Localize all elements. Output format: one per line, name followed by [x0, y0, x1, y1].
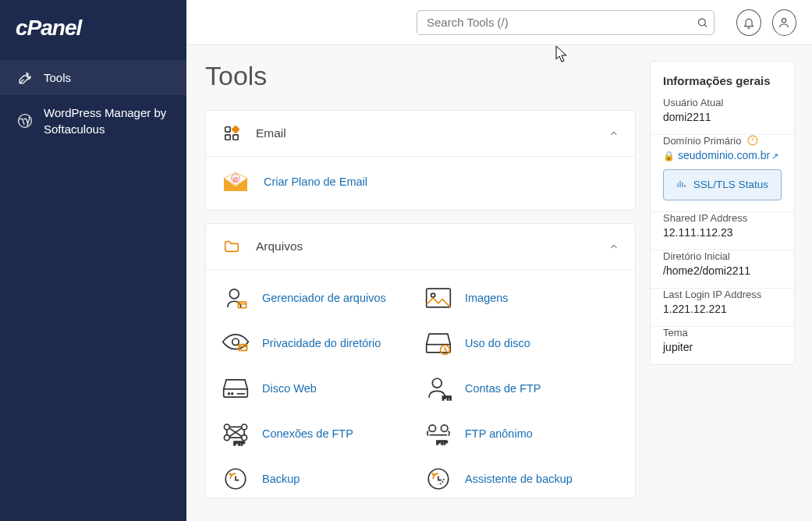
shared-ip-value: 12.111.112.23 [663, 226, 782, 239]
tools-icon [17, 70, 33, 86]
item-label: Contas de FTP [465, 382, 541, 395]
backup-wizard-icon [424, 465, 452, 493]
item-label: FTP anônimo [465, 427, 533, 440]
svg-point-25 [429, 425, 436, 432]
item-label: Uso do disco [465, 337, 530, 349]
sidebar: cPanel Tools WordPress Manager by Softac… [0, 0, 186, 521]
svg-point-0 [19, 115, 32, 128]
last-login-ip-label: Last Login IP Address [663, 289, 782, 300]
theme-value: jupiter [663, 341, 782, 353]
svg-rect-3 [225, 127, 230, 132]
svg-point-13 [232, 338, 239, 346]
chevron-up-icon [608, 241, 619, 252]
sidebar-item-tools[interactable]: Tools [0, 60, 186, 95]
svg-point-22 [224, 435, 229, 441]
theme-label: Tema [663, 327, 782, 338]
svg-point-1 [699, 19, 706, 26]
item-label: Backup [262, 473, 300, 485]
svg-point-2 [782, 18, 786, 22]
envelope-icon: @ [222, 168, 250, 196]
svg-point-12 [431, 293, 435, 297]
anon-ftp-icon: FTP [424, 420, 452, 448]
svg-text:FTP: FTP [436, 439, 448, 446]
primary-domain-link[interactable]: 🔒seudominio.com.br↗ [663, 149, 782, 161]
page-title: Tools [205, 61, 636, 91]
ftp-connections-item[interactable]: FTP Conexões de FTP [222, 420, 417, 448]
svg-point-16 [229, 393, 230, 395]
ftp-accounts-item[interactable]: FTP Contas de FTP [424, 374, 619, 402]
svg-point-9 [229, 289, 239, 299]
panel-title: Email [256, 126, 594, 140]
images-item[interactable]: Imagens [424, 284, 619, 312]
svg-point-20 [224, 424, 229, 430]
ftp-user-icon: FTP [424, 374, 452, 402]
current-user-label: Usuário Atual [663, 97, 782, 108]
search-input[interactable] [417, 10, 714, 35]
shared-ip-label: Shared IP Address [663, 212, 782, 224]
item-label: Gerenciador de arquivos [262, 292, 386, 304]
item-label: Disco Web [262, 382, 317, 395]
logo-text: cPanel [16, 16, 81, 40]
svg-point-17 [232, 393, 233, 395]
web-disk-item[interactable]: Disco Web [222, 374, 417, 402]
lock-icon: 🔒 [663, 151, 675, 161]
anonymous-ftp-item[interactable]: FTP FTP anônimo [424, 420, 619, 448]
wordpress-icon [17, 113, 33, 129]
info-title: Informações gerais [651, 62, 794, 97]
warning-icon [747, 135, 758, 147]
apps-icon [222, 123, 242, 144]
panel-title: Arquivos [256, 239, 594, 253]
item-label: Imagens [465, 292, 509, 304]
search-field-wrap [417, 10, 714, 35]
primary-domain-label: Domínio Primário [663, 135, 782, 147]
svg-text:FTP: FTP [442, 395, 452, 402]
eye-icon [222, 329, 250, 357]
external-link-icon: ↗ [771, 151, 778, 161]
account-button[interactable] [772, 9, 797, 36]
svg-point-26 [441, 425, 448, 432]
backup-wizard-item[interactable]: Assistente de backup [424, 465, 619, 493]
ftp-network-icon: FTP [222, 420, 250, 448]
topbar [186, 0, 812, 45]
file-manager-icon [222, 284, 250, 312]
disk-clock-icon [424, 329, 452, 357]
bars-icon [676, 179, 689, 190]
last-login-ip-value: 1.221.12.221 [663, 303, 782, 315]
disk-usage-item[interactable]: Uso do disco [424, 329, 619, 357]
ssl-status-button[interactable]: SSL/TLS Status [663, 169, 782, 200]
email-panel: Email @ Criar Plano de Email [205, 110, 636, 211]
home-dir-value: /home2/domi2211 [663, 264, 782, 277]
home-dir-label: Diretório Inicial [663, 250, 782, 262]
sidebar-item-label: WordPress Manager by Softaculous [44, 105, 169, 137]
images-icon [424, 284, 452, 312]
svg-text:@: @ [232, 175, 238, 183]
notifications-button[interactable] [736, 9, 761, 36]
svg-text:FTP: FTP [233, 440, 245, 446]
search-icon[interactable] [697, 16, 708, 28]
svg-point-21 [242, 424, 247, 430]
directory-privacy-item[interactable]: Privacidade do diretório [222, 329, 417, 357]
sidebar-item-label: Tools [44, 69, 169, 86]
svg-point-18 [432, 378, 441, 388]
chevron-up-icon [608, 128, 619, 139]
email-item-label: Criar Plano de Email [264, 175, 367, 188]
current-user-value: domi2211 [663, 111, 782, 123]
general-info-panel: Informações gerais Usuário Atual domi221… [650, 61, 795, 365]
user-icon [778, 16, 790, 29]
bell-icon [743, 16, 755, 29]
backup-icon [222, 465, 250, 493]
svg-rect-5 [233, 135, 238, 140]
files-panel: Arquivos Gerenciador de arquivos Imagens [205, 223, 636, 498]
item-label: Privacidade do diretório [262, 337, 381, 349]
sidebar-item-wordpress[interactable]: WordPress Manager by Softaculous [0, 95, 186, 147]
email-item[interactable]: @ Criar Plano de Email [206, 157, 635, 210]
folder-icon [222, 236, 242, 257]
logo: cPanel [0, 16, 186, 60]
web-disk-icon [222, 374, 250, 402]
item-label: Conexões de FTP [262, 427, 353, 440]
file-manager-item[interactable]: Gerenciador de arquivos [222, 284, 417, 312]
backup-item[interactable]: Backup [222, 465, 417, 493]
svg-rect-6 [232, 126, 239, 133]
email-panel-header[interactable]: Email [206, 111, 635, 157]
files-panel-header[interactable]: Arquivos [206, 224, 635, 270]
